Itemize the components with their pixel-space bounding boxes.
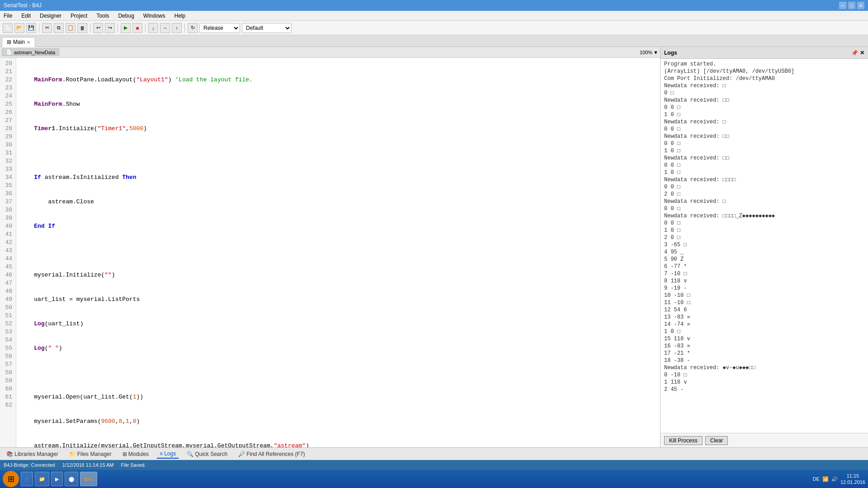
- default-dropdown[interactable]: Default: [242, 23, 292, 33]
- log-entry: Newdata received: □□: [664, 97, 864, 104]
- start-button[interactable]: ⊞: [3, 471, 19, 487]
- tab-main[interactable]: ⊞ Main ✕: [2, 37, 35, 47]
- log-entry: Newdata received: □□: [664, 155, 864, 162]
- log-entry: 18 -38 -: [664, 357, 864, 364]
- main-content: 📄 astream_NewData 100% ▼ 2021222324 2526…: [0, 47, 868, 447]
- zoom-value: 100%: [640, 50, 652, 55]
- status-bar: B4J-Bridge: Connected 1/12/2016 11:14:15…: [0, 460, 868, 470]
- log-entry: 0 0 □: [664, 126, 864, 133]
- del-btn[interactable]: 🗑: [77, 23, 87, 33]
- cut-btn[interactable]: ✂: [42, 23, 52, 33]
- bottom-tabs: 📚 Libraries Manager 📁 Files Manager ⊞ Mo…: [0, 447, 868, 460]
- taskbar-ie[interactable]: e: [21, 472, 33, 486]
- taskbar: ⊞ e 📁 ▶ ⬤ B4J DE 📶 🔊 11:15 12.01.2016: [0, 470, 868, 488]
- redo-btn[interactable]: ↪: [105, 23, 115, 33]
- new-btn[interactable]: 📄: [3, 23, 13, 33]
- paste-btn[interactable]: 📋: [66, 23, 75, 33]
- log-entry: 5 90 Z: [664, 256, 864, 263]
- menu-tools[interactable]: Tools: [94, 12, 111, 19]
- logs-pin-icon[interactable]: 📌: [851, 50, 858, 56]
- logs-header-controls[interactable]: 📌 ✕: [851, 50, 864, 56]
- modules-icon: ⊞: [123, 451, 127, 457]
- kill-process-btn[interactable]: Kill Process: [664, 436, 703, 445]
- undo-btn[interactable]: ↩: [93, 23, 103, 33]
- toolbar: 📄 📂 💾 ✂ ⧉ 📋 🗑 ↩ ↪ ▶ ■ ↓ → ↑ ↻ Release De…: [0, 21, 868, 35]
- zoom-dropdown-icon[interactable]: ▼: [653, 50, 658, 55]
- log-entry: 1 0 □: [664, 328, 864, 335]
- editor-area: 📄 astream_NewData 100% ▼ 2021222324 2526…: [0, 47, 660, 447]
- log-entry: 1 118 v: [664, 379, 864, 386]
- quicksearch-icon: 🔍: [187, 451, 193, 457]
- log-entry: 11 -10 □: [664, 299, 864, 306]
- maximize-btn[interactable]: □: [848, 2, 855, 9]
- run-btn[interactable]: ▶: [121, 23, 131, 33]
- log-entry: 1 0 □: [664, 227, 864, 234]
- sep1: [39, 23, 39, 33]
- close-btn[interactable]: ✕: [857, 2, 864, 9]
- ie-icon: e: [25, 475, 29, 483]
- open-btn[interactable]: 📂: [14, 23, 24, 33]
- log-entry: 0 □: [664, 89, 864, 97]
- taskbar-b4j[interactable]: B4J: [80, 472, 97, 486]
- copy-btn[interactable]: ⧉: [54, 23, 64, 33]
- log-entry: 12 54 6: [664, 306, 864, 314]
- tab-quicksearch[interactable]: 🔍 Quick Search: [184, 450, 230, 458]
- menu-help[interactable]: Help: [173, 12, 188, 19]
- log-entry: 1 0 □: [664, 147, 864, 155]
- menu-debug[interactable]: Debug: [116, 12, 136, 19]
- minimize-btn[interactable]: ─: [839, 2, 846, 9]
- tab-logs[interactable]: ≡ Logs: [157, 450, 179, 459]
- log-entry: 0 -10 □: [664, 371, 864, 379]
- log-entry: 15 118 v: [664, 335, 864, 343]
- taskbar-chrome[interactable]: ⬤: [65, 472, 78, 486]
- sep3: [118, 23, 118, 33]
- menu-file[interactable]: File: [2, 12, 14, 19]
- window-controls[interactable]: ─ □ ✕: [839, 2, 864, 9]
- logs-content[interactable]: Program started.(ArrayList) [/dev/ttyAMA…: [660, 59, 868, 433]
- tab-findall[interactable]: 🔎 Find All References (F7): [236, 450, 307, 458]
- tab-main-close[interactable]: ✕: [27, 40, 30, 45]
- menu-project[interactable]: Project: [69, 12, 89, 19]
- save-btn[interactable]: 💾: [26, 23, 36, 33]
- step-btn[interactable]: ↓: [148, 23, 158, 33]
- step3-btn[interactable]: ↑: [172, 23, 182, 33]
- refresh-btn[interactable]: ↻: [188, 23, 198, 33]
- log-entry: 10 -10 □: [664, 292, 864, 299]
- log-entry: Com Port Initialized: /dev/ttyAMA0: [664, 75, 864, 82]
- log-entry: 9 -19 -: [664, 285, 864, 292]
- taskbar-media[interactable]: ▶: [51, 472, 63, 486]
- log-entry: 0 0 □: [664, 162, 864, 169]
- log-entry: 1 0 □: [664, 169, 864, 176]
- code-container[interactable]: 2021222324 2526272829 3031323334 3536373…: [0, 58, 660, 447]
- menu-edit[interactable]: Edit: [19, 12, 33, 19]
- code-editor[interactable]: MainForm.RootPane.LoadLayout("Layout1") …: [16, 58, 660, 447]
- stop-btn[interactable]: ■: [132, 23, 142, 33]
- log-entry: 2 0 □: [664, 234, 864, 241]
- menu-windows[interactable]: Windows: [142, 12, 167, 19]
- file-tab-name: astream_NewData: [14, 50, 55, 55]
- step2-btn[interactable]: →: [160, 23, 170, 33]
- log-entry: Newdata received: □: [664, 198, 864, 205]
- file-tab[interactable]: 📄 astream_NewData: [2, 48, 59, 56]
- log-entry: (ArrayList) [/dev/ttyAMA0, /dev/ttyUSB0]: [664, 68, 864, 75]
- log-entry: 0 0 □: [664, 205, 864, 212]
- sound-icon: 🔊: [831, 476, 838, 482]
- log-entry: Newdata received: □: [664, 118, 864, 126]
- files-icon: 📁: [69, 451, 76, 457]
- tab-bar: ⊞ Main ✕: [0, 35, 868, 47]
- log-entry: 8 118 v: [664, 277, 864, 285]
- sep4: [145, 23, 146, 33]
- log-entry: 3 -65 □: [664, 241, 864, 249]
- menu-designer[interactable]: Designer: [38, 12, 63, 19]
- logs-header: Logs 📌 ✕: [660, 47, 868, 59]
- tab-files[interactable]: 📁 Files Manager: [66, 450, 114, 458]
- logs-close-icon[interactable]: ✕: [860, 50, 864, 56]
- clear-btn[interactable]: Clear: [705, 436, 728, 445]
- log-entry: 14 -74 »: [664, 321, 864, 328]
- tab-libraries[interactable]: 📚 Libraries Manager: [4, 450, 61, 458]
- release-dropdown[interactable]: Release: [199, 23, 240, 33]
- tab-modules[interactable]: ⊞ Modules: [120, 450, 151, 458]
- log-entry: Newdata received: □□□□_Z◆◆◆◆◆◆◆◆◆◆: [664, 212, 864, 220]
- taskbar-explorer[interactable]: 📁: [35, 472, 49, 486]
- logs-buttons: Kill Process Clear: [660, 433, 868, 447]
